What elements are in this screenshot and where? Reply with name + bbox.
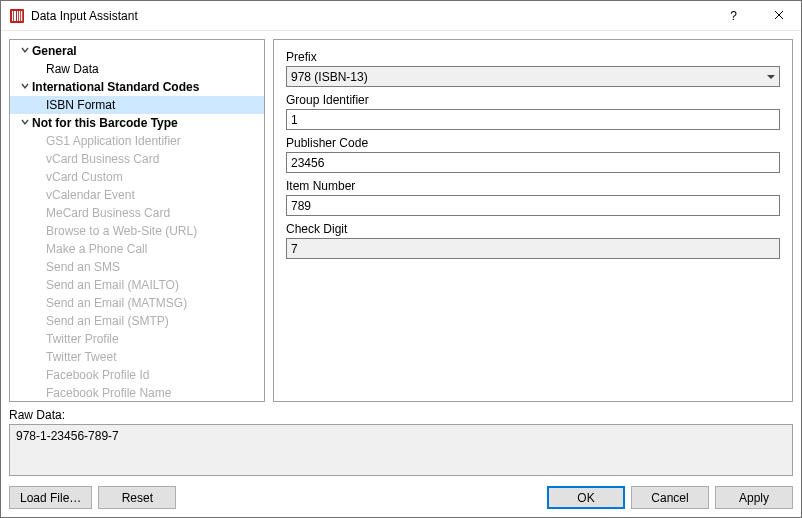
- reset-button[interactable]: Reset: [98, 486, 176, 509]
- tree-group-label: International Standard Codes: [32, 78, 199, 96]
- field-prefix: Prefix: [286, 50, 780, 87]
- field-item-number: Item Number: [286, 179, 780, 216]
- tree-item[interactable]: ISBN Format: [10, 96, 264, 114]
- chevron-down-icon: [18, 114, 32, 132]
- field-check-digit: Check Digit: [286, 222, 780, 259]
- publisher-code-input[interactable]: [286, 152, 780, 173]
- tree-item: Send an Email (SMTP): [10, 312, 264, 330]
- check-digit-label: Check Digit: [286, 222, 780, 236]
- tree-group-header[interactable]: General: [10, 42, 264, 60]
- help-icon: ?: [730, 9, 737, 23]
- group-identifier-label: Group Identifier: [286, 93, 780, 107]
- tree-item: Send an SMS: [10, 258, 264, 276]
- tree-item-label: vCard Custom: [46, 168, 123, 186]
- tree-item-label: Send an Email (MAILTO): [46, 276, 179, 294]
- window-close-button[interactable]: [756, 1, 801, 30]
- tree-item-label: Twitter Profile: [46, 330, 119, 348]
- chevron-down-icon: [18, 78, 32, 96]
- tree-item: vCalendar Event: [10, 186, 264, 204]
- tree-group-label: General: [32, 42, 77, 60]
- tree-group-header[interactable]: Not for this Barcode Type: [10, 114, 264, 132]
- tree-item-label: Facebook Profile Id: [46, 366, 149, 384]
- item-number-input[interactable]: [286, 195, 780, 216]
- tree-item: Twitter Profile: [10, 330, 264, 348]
- svg-rect-4: [19, 11, 20, 21]
- raw-data-box: 978-1-23456-789-7: [9, 424, 793, 476]
- tree-item-label: vCalendar Event: [46, 186, 135, 204]
- raw-data-area: Raw Data: 978-1-23456-789-7: [9, 408, 793, 476]
- prefix-select[interactable]: [286, 66, 780, 87]
- tree-item-label: vCard Business Card: [46, 150, 159, 168]
- tree-item-label: Send an Email (SMTP): [46, 312, 169, 330]
- raw-data-value: 978-1-23456-789-7: [16, 429, 119, 443]
- raw-data-label: Raw Data:: [9, 408, 793, 422]
- publisher-code-label: Publisher Code: [286, 136, 780, 150]
- window-title: Data Input Assistant: [31, 9, 711, 23]
- tree-item: MeCard Business Card: [10, 204, 264, 222]
- tree-item: GS1 Application Identifier: [10, 132, 264, 150]
- svg-rect-5: [21, 11, 22, 21]
- tree-item: vCard Business Card: [10, 150, 264, 168]
- tree-item-label: Browse to a Web-Site (URL): [46, 222, 197, 240]
- tree-item: Make a Phone Call: [10, 240, 264, 258]
- tree-item-label: Make a Phone Call: [46, 240, 147, 258]
- tree-item: Send an Email (MATMSG): [10, 294, 264, 312]
- svg-rect-2: [14, 11, 16, 21]
- tree-group-label: Not for this Barcode Type: [32, 114, 178, 132]
- tree-item-label: Send an Email (MATMSG): [46, 294, 187, 312]
- tree-item-label: Facebook Profile Name: [46, 384, 171, 401]
- tree-item: Twitter Tweet: [10, 348, 264, 366]
- form-panel: Prefix Group Identifier Publisher Code: [273, 39, 793, 402]
- field-group-identifier: Group Identifier: [286, 93, 780, 130]
- svg-rect-3: [17, 11, 18, 21]
- prefix-value[interactable]: [286, 66, 780, 87]
- field-publisher-code: Publisher Code: [286, 136, 780, 173]
- tree-item-label: Send an SMS: [46, 258, 120, 276]
- tree-item: Send an Email (MAILTO): [10, 276, 264, 294]
- tree-item-label: Twitter Tweet: [46, 348, 116, 366]
- group-identifier-input[interactable]: [286, 109, 780, 130]
- app-icon: [9, 8, 25, 24]
- dialog-window: Data Input Assistant ? GeneralRaw DataIn…: [0, 0, 802, 518]
- category-tree-panel: GeneralRaw DataInternational Standard Co…: [9, 39, 265, 402]
- tree-item-label: ISBN Format: [46, 96, 115, 114]
- apply-button[interactable]: Apply: [715, 486, 793, 509]
- button-row: Load File… Reset OK Cancel Apply: [9, 482, 793, 509]
- tree-item: Facebook Profile Id: [10, 366, 264, 384]
- tree-item-label: Raw Data: [46, 60, 99, 78]
- close-icon: [774, 9, 784, 23]
- prefix-label: Prefix: [286, 50, 780, 64]
- tree-item[interactable]: Raw Data: [10, 60, 264, 78]
- item-number-label: Item Number: [286, 179, 780, 193]
- cancel-button[interactable]: Cancel: [631, 486, 709, 509]
- tree-item-label: GS1 Application Identifier: [46, 132, 181, 150]
- category-tree: GeneralRaw DataInternational Standard Co…: [10, 40, 264, 401]
- tree-group-header[interactable]: International Standard Codes: [10, 78, 264, 96]
- chevron-down-icon: [18, 42, 32, 60]
- tree-item: Browse to a Web-Site (URL): [10, 222, 264, 240]
- tree-item: vCard Custom: [10, 168, 264, 186]
- help-button[interactable]: ?: [711, 1, 756, 30]
- ok-button[interactable]: OK: [547, 486, 625, 509]
- tree-item-label: MeCard Business Card: [46, 204, 170, 222]
- category-tree-scroll[interactable]: GeneralRaw DataInternational Standard Co…: [10, 40, 264, 401]
- titlebar: Data Input Assistant ?: [1, 1, 801, 31]
- svg-rect-1: [12, 11, 13, 21]
- dialog-body: GeneralRaw DataInternational Standard Co…: [1, 31, 801, 517]
- load-file-button[interactable]: Load File…: [9, 486, 92, 509]
- check-digit-input: [286, 238, 780, 259]
- tree-item: Facebook Profile Name: [10, 384, 264, 401]
- upper-split: GeneralRaw DataInternational Standard Co…: [9, 39, 793, 402]
